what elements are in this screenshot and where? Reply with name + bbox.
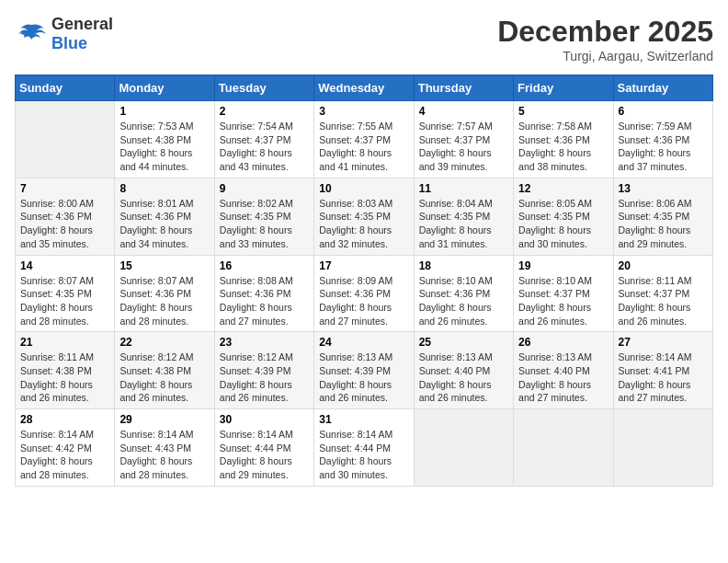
day-number: 4	[419, 105, 508, 118]
calendar-cell: 25Sunrise: 8:13 AMSunset: 4:40 PMDayligh…	[414, 332, 513, 409]
calendar-cell: 30Sunrise: 8:14 AMSunset: 4:44 PMDayligh…	[214, 409, 313, 487]
day-info: Sunrise: 7:55 AMSunset: 4:37 PMDaylight:…	[319, 121, 392, 172]
day-number: 13	[619, 182, 708, 195]
day-number: 22	[119, 336, 209, 349]
day-number: 10	[319, 182, 408, 195]
calendar-cell	[16, 101, 115, 178]
day-info: Sunrise: 8:11 AMSunset: 4:38 PMDaylight:…	[20, 351, 94, 403]
day-number: 5	[518, 105, 608, 118]
day-info: Sunrise: 7:58 AMSunset: 4:36 PMDaylight:…	[518, 121, 592, 172]
day-info: Sunrise: 8:02 AMSunset: 4:35 PMDaylight:…	[220, 198, 293, 249]
header-day-wednesday: Wednesday	[314, 75, 414, 101]
header-day-thursday: Thursday	[414, 75, 513, 101]
day-number: 8	[119, 182, 209, 195]
day-info: Sunrise: 8:13 AMSunset: 4:40 PMDaylight:…	[419, 351, 493, 403]
logo-icon	[15, 21, 48, 47]
day-number: 7	[20, 182, 109, 195]
calendar-table: SundayMondayTuesdayWednesdayThursdayFrid…	[15, 75, 713, 487]
calendar-cell: 24Sunrise: 8:13 AMSunset: 4:39 PMDayligh…	[314, 332, 414, 409]
day-info: Sunrise: 8:12 AMSunset: 4:39 PMDaylight:…	[220, 351, 293, 403]
calendar-week-2: 14Sunrise: 8:07 AMSunset: 4:35 PMDayligh…	[16, 255, 713, 332]
day-info: Sunrise: 8:01 AMSunset: 4:36 PMDaylight:…	[119, 198, 193, 249]
day-info: Sunrise: 8:06 AMSunset: 4:35 PMDaylight:…	[619, 198, 692, 249]
header-row: SundayMondayTuesdayWednesdayThursdayFrid…	[16, 75, 713, 101]
calendar-cell: 2Sunrise: 7:54 AMSunset: 4:37 PMDaylight…	[214, 101, 313, 178]
day-info: Sunrise: 8:14 AMSunset: 4:44 PMDaylight:…	[319, 429, 392, 480]
day-info: Sunrise: 8:09 AMSunset: 4:36 PMDaylight:…	[319, 275, 392, 327]
calendar-cell	[613, 409, 712, 487]
day-number: 15	[119, 259, 209, 272]
day-number: 2	[220, 105, 309, 118]
day-number: 21	[20, 336, 109, 349]
day-info: Sunrise: 8:11 AMSunset: 4:37 PMDaylight:…	[619, 275, 692, 327]
day-number: 11	[419, 182, 508, 195]
day-info: Sunrise: 7:59 AMSunset: 4:36 PMDaylight:…	[619, 121, 692, 172]
day-info: Sunrise: 7:53 AMSunset: 4:38 PMDaylight:…	[119, 121, 193, 172]
day-info: Sunrise: 7:57 AMSunset: 4:37 PMDaylight:…	[419, 121, 493, 172]
day-number: 23	[220, 336, 309, 349]
day-number: 19	[518, 259, 608, 272]
calendar-cell: 1Sunrise: 7:53 AMSunset: 4:38 PMDaylight…	[115, 101, 214, 178]
day-info: Sunrise: 7:54 AMSunset: 4:37 PMDaylight:…	[220, 121, 293, 172]
day-number: 6	[619, 105, 708, 118]
logo: General Blue	[15, 15, 113, 53]
calendar-cell: 19Sunrise: 8:10 AMSunset: 4:37 PMDayligh…	[514, 255, 613, 332]
day-info: Sunrise: 8:14 AMSunset: 4:44 PMDaylight:…	[220, 429, 293, 480]
day-number: 16	[220, 259, 309, 272]
location: Turgi, Aargau, Switzerland	[497, 49, 713, 63]
header-day-saturday: Saturday	[613, 75, 712, 101]
calendar-cell: 6Sunrise: 7:59 AMSunset: 4:36 PMDaylight…	[613, 101, 712, 178]
day-number: 18	[419, 259, 508, 272]
calendar-cell: 15Sunrise: 8:07 AMSunset: 4:36 PMDayligh…	[115, 255, 214, 332]
logo-text: General Blue	[51, 15, 113, 53]
calendar-cell: 10Sunrise: 8:03 AMSunset: 4:35 PMDayligh…	[314, 178, 414, 255]
calendar-week-3: 21Sunrise: 8:11 AMSunset: 4:38 PMDayligh…	[16, 332, 713, 409]
header-day-monday: Monday	[115, 75, 214, 101]
calendar-cell: 9Sunrise: 8:02 AMSunset: 4:35 PMDaylight…	[214, 178, 313, 255]
calendar-cell: 13Sunrise: 8:06 AMSunset: 4:35 PMDayligh…	[613, 178, 712, 255]
calendar-cell: 14Sunrise: 8:07 AMSunset: 4:35 PMDayligh…	[16, 255, 115, 332]
day-info: Sunrise: 8:00 AMSunset: 4:36 PMDaylight:…	[20, 198, 94, 249]
calendar-cell: 17Sunrise: 8:09 AMSunset: 4:36 PMDayligh…	[314, 255, 414, 332]
day-number: 25	[419, 336, 508, 349]
month-title: December 2025	[497, 15, 713, 49]
calendar-body: 1Sunrise: 7:53 AMSunset: 4:38 PMDaylight…	[16, 101, 713, 487]
calendar-cell: 23Sunrise: 8:12 AMSunset: 4:39 PMDayligh…	[214, 332, 313, 409]
calendar-cell: 20Sunrise: 8:11 AMSunset: 4:37 PMDayligh…	[613, 255, 712, 332]
day-info: Sunrise: 8:14 AMSunset: 4:43 PMDaylight:…	[119, 429, 193, 480]
calendar-cell: 28Sunrise: 8:14 AMSunset: 4:42 PMDayligh…	[16, 409, 115, 487]
day-info: Sunrise: 8:14 AMSunset: 4:41 PMDaylight:…	[619, 351, 692, 403]
day-info: Sunrise: 8:08 AMSunset: 4:36 PMDaylight:…	[220, 275, 293, 327]
day-number: 30	[220, 413, 309, 426]
day-number: 12	[518, 182, 608, 195]
day-info: Sunrise: 8:07 AMSunset: 4:36 PMDaylight:…	[119, 275, 193, 327]
day-info: Sunrise: 8:13 AMSunset: 4:40 PMDaylight:…	[518, 351, 592, 403]
day-number: 29	[119, 413, 209, 426]
day-info: Sunrise: 8:12 AMSunset: 4:38 PMDaylight:…	[119, 351, 193, 403]
header-day-friday: Friday	[514, 75, 613, 101]
day-info: Sunrise: 8:07 AMSunset: 4:35 PMDaylight:…	[20, 275, 94, 327]
calendar-cell: 27Sunrise: 8:14 AMSunset: 4:41 PMDayligh…	[613, 332, 712, 409]
calendar-week-1: 7Sunrise: 8:00 AMSunset: 4:36 PMDaylight…	[16, 178, 713, 255]
calendar-cell: 31Sunrise: 8:14 AMSunset: 4:44 PMDayligh…	[314, 409, 414, 487]
calendar-cell: 16Sunrise: 8:08 AMSunset: 4:36 PMDayligh…	[214, 255, 313, 332]
calendar-cell: 18Sunrise: 8:10 AMSunset: 4:36 PMDayligh…	[414, 255, 513, 332]
day-info: Sunrise: 8:14 AMSunset: 4:42 PMDaylight:…	[20, 429, 94, 480]
calendar-cell: 11Sunrise: 8:04 AMSunset: 4:35 PMDayligh…	[414, 178, 513, 255]
calendar-cell: 4Sunrise: 7:57 AMSunset: 4:37 PMDaylight…	[414, 101, 513, 178]
day-number: 9	[220, 182, 309, 195]
day-number: 26	[518, 336, 608, 349]
day-number: 14	[20, 259, 109, 272]
calendar-cell	[514, 409, 613, 487]
calendar-cell: 7Sunrise: 8:00 AMSunset: 4:36 PMDaylight…	[16, 178, 115, 255]
day-info: Sunrise: 8:13 AMSunset: 4:39 PMDaylight:…	[319, 351, 392, 403]
day-info: Sunrise: 8:10 AMSunset: 4:36 PMDaylight:…	[419, 275, 493, 327]
day-info: Sunrise: 8:10 AMSunset: 4:37 PMDaylight:…	[518, 275, 592, 327]
day-number: 1	[119, 105, 209, 118]
day-number: 28	[20, 413, 109, 426]
calendar-cell: 3Sunrise: 7:55 AMSunset: 4:37 PMDaylight…	[314, 101, 414, 178]
day-info: Sunrise: 8:04 AMSunset: 4:35 PMDaylight:…	[419, 198, 493, 249]
day-number: 27	[619, 336, 708, 349]
calendar-cell: 5Sunrise: 7:58 AMSunset: 4:36 PMDaylight…	[514, 101, 613, 178]
day-info: Sunrise: 8:03 AMSunset: 4:35 PMDaylight:…	[319, 198, 392, 249]
